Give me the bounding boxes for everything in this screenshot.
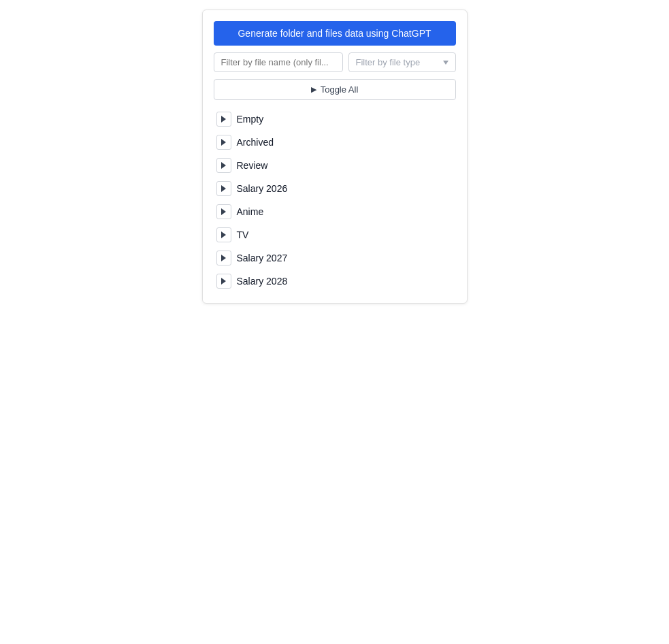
main-panel: Generate folder and files data using Cha… (202, 10, 468, 304)
list-item[interactable]: Review (214, 155, 456, 176)
expand-icon[interactable] (216, 227, 231, 242)
list-item[interactable]: Empty (214, 108, 456, 130)
expand-icon[interactable] (216, 135, 231, 150)
generate-button[interactable]: Generate folder and files data using Cha… (214, 21, 456, 46)
folder-name-label: Empty (237, 114, 264, 125)
expand-icon[interactable] (216, 112, 231, 127)
folder-name-label: Review (237, 160, 268, 171)
expand-icon[interactable] (216, 181, 231, 196)
expand-icon[interactable] (216, 251, 231, 265)
expand-icon[interactable] (216, 158, 231, 173)
folder-name-label: Anime (237, 206, 264, 217)
toggle-all-label: Toggle All (321, 84, 359, 95)
toggle-all-button[interactable]: ▶ Toggle All (214, 79, 456, 100)
filter-type-dropdown[interactable]: Filter by file type (348, 52, 456, 72)
expand-icon[interactable] (216, 204, 231, 219)
filter-type-label: Filter by file type (356, 57, 421, 67)
list-item[interactable]: TV (214, 224, 456, 246)
list-item[interactable]: Salary 2026 (214, 178, 456, 199)
folder-name-label: Salary 2026 (237, 183, 288, 194)
filter-name-input[interactable] (214, 52, 343, 72)
chevron-down-icon (443, 61, 448, 65)
list-item[interactable]: Anime (214, 201, 456, 223)
list-item[interactable]: Salary 2027 (214, 247, 456, 269)
list-item[interactable]: Salary 2028 (214, 270, 456, 292)
folder-name-label: Archived (237, 137, 274, 148)
toggle-all-icon: ▶ (311, 85, 316, 94)
expand-icon[interactable] (216, 274, 231, 289)
folder-name-label: Salary 2027 (237, 253, 288, 263)
folder-list: EmptyArchivedReviewSalary 2026AnimeTVSal… (214, 108, 456, 292)
filters-row: Filter by file type (214, 52, 456, 72)
folder-name-label: Salary 2028 (237, 276, 288, 287)
list-item[interactable]: Archived (214, 131, 456, 153)
folder-name-label: TV (237, 229, 249, 240)
